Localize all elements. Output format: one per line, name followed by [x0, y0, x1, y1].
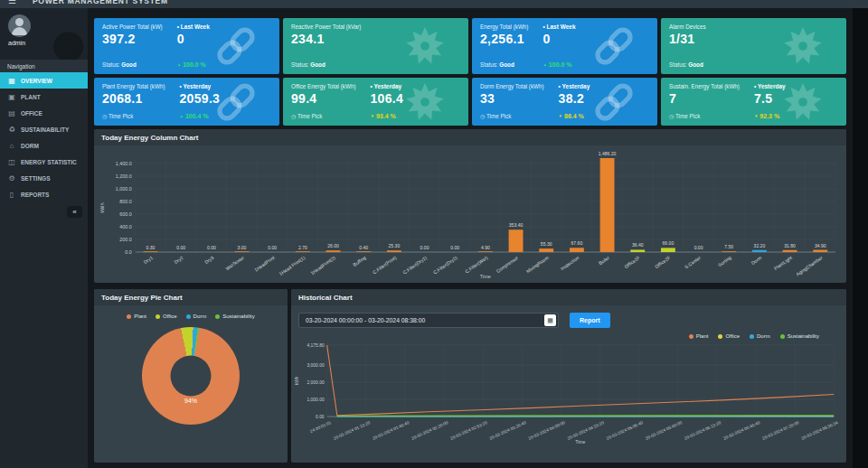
sidebar-item-label: OVERVIEW	[21, 78, 52, 84]
card-sub-value: 7.5	[754, 91, 786, 106]
chain-link-icon	[593, 81, 635, 123]
time-pick-button[interactable]: ◷ Time Pick	[291, 113, 356, 120]
avatar	[8, 14, 31, 37]
time-pick-button[interactable]: ◷ Time Pick	[102, 113, 165, 120]
sidebar-item-settings[interactable]: ⚙SETTINGS	[0, 170, 88, 186]
svg-text:1HeadPrint: 1HeadPrint	[253, 255, 276, 273]
card-title: Energy Total (kWh)	[480, 23, 528, 30]
hamburger-menu-icon[interactable]: ☰	[8, 0, 16, 8]
sidebar-item-overview[interactable]: ▦OVERVIEW	[0, 72, 88, 89]
historical-legend-item-dorm[interactable]: Dorm	[750, 333, 770, 339]
svg-text:2,000.00: 2,000.00	[307, 380, 324, 385]
svg-text:0.40: 0.40	[359, 245, 368, 250]
svg-text:0.00: 0.00	[450, 245, 459, 250]
bar-agingchamber[interactable]	[813, 250, 827, 252]
svg-text:Dry1: Dry1	[143, 255, 154, 265]
svg-text:AgingChamber: AgingChamber	[795, 255, 824, 277]
historical-controls: 03-20-2024 00:00:00 - 03-20-2024 08:38:0…	[298, 313, 839, 328]
avatar-head	[15, 18, 24, 26]
svg-text:353.40: 353.40	[509, 222, 524, 228]
bar-dorm[interactable]	[752, 250, 767, 252]
pie-legend-item-plant[interactable]: Plant	[127, 314, 146, 319]
sidebar-item-label: OFFICE	[21, 110, 42, 117]
svg-text:20-03-2024 01:46:40: 20-03-2024 01:46:40	[372, 420, 410, 441]
gear-icon: ⚙	[7, 174, 16, 183]
sidebar-item-energy-statistic[interactable]: ◫ENERGY STATISTIC	[0, 154, 88, 170]
svg-text:Time: Time	[575, 439, 585, 445]
bar-compressor[interactable]	[509, 229, 524, 252]
time-pick-button[interactable]: ◷ Time Pick	[669, 113, 740, 120]
bar-wettenter[interactable]	[235, 251, 250, 252]
svg-text:MixingRoom: MixingRoom	[525, 255, 550, 274]
legend-dot	[750, 334, 754, 339]
bar-1headprint-2[interactable]	[326, 250, 341, 252]
sidebar-item-reports[interactable]: ▯REPORTS	[0, 186, 88, 202]
svg-text:Sorting: Sorting	[717, 255, 732, 267]
legend-label: Sustainability	[222, 314, 254, 319]
bar-office2f[interactable]	[661, 248, 675, 252]
historical-legend-item-sustainability[interactable]: Sustainability	[780, 333, 819, 339]
calendar-icon: ▦	[547, 317, 553, 323]
calendar-button[interactable]: ▦	[544, 314, 556, 326]
historical-legend-item-office[interactable]: Office	[718, 333, 740, 339]
legend-dot	[689, 334, 693, 339]
card-percentage: ▼ 86.4 %	[559, 113, 590, 120]
stat-card-alarm-devices: Alarm Devices1/31Status: Good	[661, 18, 846, 74]
recycle-icon: ♻	[7, 126, 16, 134]
sidebar-item-office[interactable]: ▤OFFICE	[0, 105, 88, 121]
chain-link-icon	[215, 25, 257, 67]
bar-mixingroom[interactable]	[539, 248, 553, 252]
chart-icon: ◫	[7, 158, 16, 166]
bar-plantlight[interactable]	[783, 250, 797, 252]
user-panel: admin	[0, 8, 88, 60]
bar-dry1[interactable]	[144, 251, 158, 252]
svg-text:800.0: 800.0	[119, 199, 131, 204]
card-value: 2068.1	[102, 91, 165, 106]
card-sub-label: • Last Week	[177, 23, 210, 30]
arrow-up-icon: ▲	[177, 62, 181, 67]
bar-inspection[interactable]	[570, 248, 584, 252]
legend-dot	[780, 334, 785, 339]
pie-legend-item-dorm[interactable]: Dorm	[186, 314, 207, 319]
factory-icon: ▣	[7, 93, 16, 101]
shell: admin Navigation ▦OVERVIEW▣PLANT▤OFFICE♻…	[0, 8, 868, 468]
svg-text:20-03-2024 02:53:20: 20-03-2024 02:53:20	[449, 420, 487, 441]
bar-office1f[interactable]	[630, 249, 645, 252]
sidebar-item-label: ENERGY STATISTIC	[21, 159, 77, 165]
bar-c-filter-wet[interactable]	[478, 251, 493, 252]
card-sub-label: • Yesterday	[559, 83, 590, 89]
card-title: Plant Energy Total (kWh)	[102, 83, 165, 89]
card-percentage: ▲ 100.0 %	[542, 61, 575, 69]
time-pick-button[interactable]: ◷ Time Pick	[480, 113, 544, 120]
sidebar-item-sustainability[interactable]: ♻SUSTAINABILITY	[0, 121, 88, 137]
svg-text:20-03-2024 05:06:40: 20-03-2024 05:06:40	[606, 420, 644, 441]
svg-text:55.30: 55.30	[541, 241, 552, 247]
svg-text:20-03-2024 01:13:20: 20-03-2024 01:13:20	[333, 420, 371, 441]
card-title: Alarm Devices	[669, 23, 706, 30]
bar-1head-print-1[interactable]	[296, 251, 310, 252]
bar-buffing[interactable]	[356, 251, 371, 252]
pie-legend-item-office[interactable]: Office	[156, 314, 177, 319]
historical-legend-item-plant[interactable]: Plant	[689, 333, 709, 339]
card-sub-label: • Yesterday	[754, 83, 786, 89]
sidebar-item-plant[interactable]: ▣PLANT	[0, 89, 88, 105]
svg-text:Office1F: Office1F	[623, 255, 640, 269]
pie-legend-item-sustainability[interactable]: Sustainability	[215, 314, 254, 319]
donut-wrap: 94%	[142, 327, 240, 425]
report-button[interactable]: Report	[570, 313, 610, 328]
card-sub-label: • Yesterday	[180, 83, 221, 89]
historical-line-chart[interactable]: 24 00:01:0120-03-2024 01:13:2020-03-2024…	[291, 340, 846, 446]
bar-c-filter-print[interactable]	[387, 250, 401, 252]
svg-text:C.Filter(Dry1): C.Filter(Dry1)	[401, 255, 428, 276]
clock-icon: ◷	[102, 114, 107, 119]
svg-text:Boiler: Boiler	[598, 255, 610, 267]
sidebar-collapse-button[interactable]: «	[67, 206, 82, 218]
bar-sorting[interactable]	[722, 251, 736, 252]
column-chart[interactable]: 0.0200.0400.0600.0800.01,000.01,200.01,4…	[94, 145, 846, 281]
sidebar: admin Navigation ▦OVERVIEW▣PLANT▤OFFICE♻…	[0, 8, 88, 468]
sidebar-item-dorm[interactable]: ⌂DORM	[0, 137, 88, 154]
date-range-input[interactable]: 03-20-2024 00:00:00 - 03-20-2024 08:38:0…	[298, 313, 559, 328]
card-percentage: ▲ 100.0 %	[177, 61, 210, 69]
legend-label: Office	[163, 314, 177, 319]
bar-boiler[interactable]	[600, 158, 615, 252]
